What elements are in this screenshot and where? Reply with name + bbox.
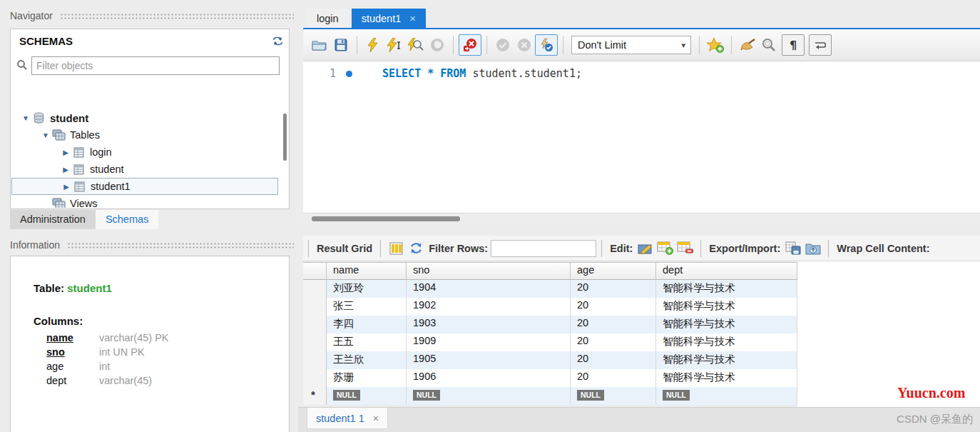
filter-rows-input[interactable] bbox=[491, 240, 596, 257]
cell-sno[interactable]: 1905 bbox=[407, 351, 571, 369]
cell-dept[interactable]: 智能科学与技术 bbox=[656, 351, 797, 369]
tree-item-views[interactable]: Views bbox=[11, 195, 288, 208]
cell-sno[interactable]: 1904 bbox=[407, 280, 571, 298]
cell-sno[interactable]: 1903 bbox=[407, 316, 571, 333]
schemas-refresh-icon[interactable] bbox=[272, 36, 284, 49]
cell-name[interactable]: 刘亚玲 bbox=[327, 280, 407, 298]
sql-editor[interactable]: 1 SELECT * FROM student.student1; bbox=[303, 61, 980, 213]
navigator-scrollbar[interactable] bbox=[283, 114, 287, 161]
close-icon[interactable]: × bbox=[409, 12, 416, 24]
table-row[interactable]: 刘亚玲190420智能科学与技术 bbox=[303, 280, 797, 298]
cell-age[interactable]: 20 bbox=[571, 280, 656, 298]
hscroll-thumb[interactable] bbox=[312, 216, 460, 221]
delete-row-icon[interactable] bbox=[675, 239, 695, 258]
save-icon[interactable] bbox=[330, 35, 352, 55]
tree-item-student[interactable]: ▶student bbox=[11, 161, 288, 178]
row-selector[interactable] bbox=[303, 369, 327, 387]
filter-objects-input[interactable] bbox=[31, 56, 280, 75]
cell-age[interactable]: 20 bbox=[571, 351, 656, 369]
column-header-name[interactable]: name bbox=[327, 262, 407, 280]
column-header-dept[interactable]: dept bbox=[656, 262, 797, 280]
save-snippet-icon[interactable] bbox=[705, 35, 726, 55]
result-tab-student1-1[interactable]: student1 1 × bbox=[307, 408, 388, 429]
grid-corner-cell[interactable] bbox=[303, 262, 327, 280]
cell-dept[interactable]: 智能科学与技术 bbox=[656, 369, 797, 387]
execute-current-icon[interactable] bbox=[384, 35, 405, 55]
cell-dept[interactable]: 智能科学与技术 bbox=[656, 298, 797, 316]
tree-item-student1[interactable]: ▶student1 bbox=[11, 178, 278, 195]
grid-view-icon[interactable] bbox=[386, 239, 406, 258]
cell-name[interactable]: 苏珊 bbox=[327, 369, 407, 387]
cell-dept[interactable]: 智能科学与技术 bbox=[656, 333, 797, 351]
cell-age[interactable]: 20 bbox=[571, 316, 656, 333]
wrap-text-icon[interactable] bbox=[809, 34, 832, 56]
commit-icon[interactable] bbox=[492, 35, 514, 55]
table-row[interactable]: 苏珊190620智能科学与技术 bbox=[303, 369, 797, 387]
cell-name[interactable]: 李四 bbox=[327, 316, 407, 333]
rollback-icon[interactable] bbox=[514, 35, 535, 55]
find-icon[interactable] bbox=[758, 35, 780, 55]
close-icon[interactable]: × bbox=[373, 413, 379, 424]
cell-name[interactable]: 王五 bbox=[327, 333, 407, 351]
table-icon bbox=[71, 164, 86, 175]
add-row-icon[interactable] bbox=[655, 239, 675, 258]
limit-rows-dropdown[interactable]: Don't Limit ▾ bbox=[571, 36, 691, 54]
cell-null-sno[interactable]: NULL bbox=[407, 387, 571, 405]
edit-pencil-icon[interactable] bbox=[636, 239, 655, 258]
beautify-icon[interactable] bbox=[737, 35, 758, 55]
cell-sno[interactable]: 1909 bbox=[407, 333, 571, 351]
open-file-icon[interactable] bbox=[309, 35, 330, 55]
watermark-site: Yuucn.com bbox=[897, 385, 965, 401]
cell-age[interactable]: 20 bbox=[571, 369, 656, 387]
export-icon[interactable] bbox=[783, 239, 803, 258]
expander-expanded-icon[interactable]: ▼ bbox=[20, 114, 31, 122]
table-row[interactable]: 李四190320智能科学与技术 bbox=[303, 316, 797, 333]
row-selector[interactable] bbox=[303, 298, 327, 316]
cell-sno[interactable]: 1902 bbox=[407, 298, 571, 316]
cell-null-age[interactable]: NULL bbox=[571, 387, 656, 405]
editor-hscrollbar[interactable] bbox=[303, 213, 980, 224]
execute-icon[interactable] bbox=[362, 35, 384, 55]
expander-expanded-icon[interactable]: ▼ bbox=[40, 131, 51, 139]
new-row-placeholder[interactable]: *NULLNULLNULLNULL bbox=[303, 387, 797, 405]
cell-null-name[interactable]: NULL bbox=[327, 387, 407, 405]
schema-tree: ▼student▼Tables▶login▶student▶student1Vi… bbox=[11, 109, 288, 208]
cell-age[interactable]: 20 bbox=[571, 333, 656, 351]
toggle-stop-on-error-icon[interactable] bbox=[459, 34, 481, 56]
cell-sno[interactable]: 1906 bbox=[407, 369, 571, 387]
row-selector[interactable] bbox=[303, 280, 327, 298]
expander-collapsed-icon[interactable]: ▶ bbox=[60, 149, 71, 156]
import-icon[interactable] bbox=[803, 239, 823, 258]
table-row[interactable]: 张三190220智能科学与技术 bbox=[303, 298, 797, 316]
tab-administration[interactable]: Administration bbox=[10, 210, 96, 229]
cell-age[interactable]: 20 bbox=[571, 298, 656, 316]
table-row[interactable]: 王兰欣190520智能科学与技术 bbox=[303, 351, 797, 369]
toggle-autocommit-icon[interactable] bbox=[535, 34, 558, 56]
tree-item-student[interactable]: ▼student bbox=[11, 109, 288, 126]
expander-collapsed-icon[interactable]: ▶ bbox=[60, 166, 71, 174]
cell-null-dept[interactable]: NULL bbox=[656, 387, 797, 405]
row-selector[interactable] bbox=[303, 351, 327, 369]
row-selector[interactable] bbox=[303, 333, 327, 351]
info-columns-label: Columns: bbox=[34, 315, 83, 327]
expander-collapsed-icon[interactable]: ▶ bbox=[61, 183, 72, 191]
cell-name[interactable]: 王兰欣 bbox=[327, 351, 407, 369]
cell-dept[interactable]: 智能科学与技术 bbox=[656, 316, 797, 333]
tree-item-tables[interactable]: ▼Tables bbox=[11, 126, 288, 144]
refresh-icon[interactable] bbox=[406, 239, 426, 258]
table-row[interactable]: 王五190920智能科学与技术 bbox=[303, 333, 797, 351]
column-header-sno[interactable]: sno bbox=[407, 262, 571, 280]
explain-icon[interactable] bbox=[405, 35, 427, 55]
tab-schemas[interactable]: Schemas bbox=[96, 210, 158, 229]
sidebar-tabbar: Administration Schemas bbox=[10, 209, 298, 229]
editor-tab-login[interactable]: login bbox=[307, 9, 349, 28]
info-column-name: namevarchar(45) PK bbox=[34, 331, 276, 345]
stop-icon[interactable] bbox=[427, 35, 448, 55]
show-invisibles-icon[interactable]: ¶ bbox=[782, 34, 805, 56]
cell-name[interactable]: 张三 bbox=[327, 298, 407, 316]
editor-tab-student1[interactable]: student1 × bbox=[352, 9, 426, 28]
cell-dept[interactable]: 智能科学与技术 bbox=[656, 280, 797, 298]
row-selector[interactable] bbox=[303, 316, 327, 333]
column-header-age[interactable]: age bbox=[571, 262, 656, 280]
tree-item-login[interactable]: ▶login bbox=[11, 144, 288, 161]
